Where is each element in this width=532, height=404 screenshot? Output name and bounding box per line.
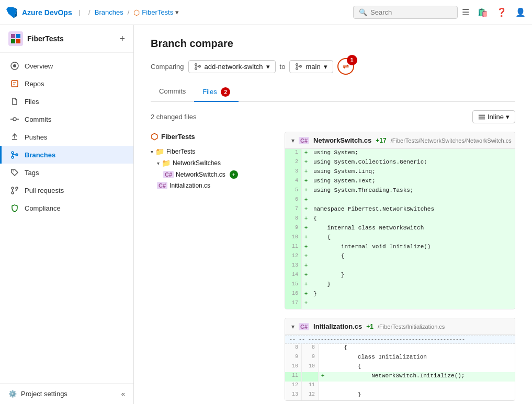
tab-commits[interactable]: Commits bbox=[151, 83, 194, 102]
diff-line: 10+ { bbox=[285, 234, 515, 243]
breadcrumb-chevron[interactable]: ▾ bbox=[175, 8, 179, 16]
sidebar-project-name: FiberTests bbox=[27, 34, 64, 43]
diff-2-code: -- -- ----------------------------------… bbox=[285, 335, 515, 400]
breadcrumb-branches[interactable]: Branches bbox=[95, 8, 123, 16]
search-input[interactable] bbox=[370, 8, 449, 16]
csharp-icon-2: C# bbox=[157, 182, 167, 189]
diff-2-added-count: +1 bbox=[366, 323, 373, 330]
diff-line: 11 + NetworkSwitch.Initialize(); bbox=[285, 372, 515, 382]
tab-files[interactable]: Files 2 bbox=[194, 83, 239, 102]
svg-rect-26 bbox=[479, 118, 485, 119]
diff-line: 4+using System.Text; bbox=[285, 177, 515, 187]
sidebar-label-compliance: Compliance bbox=[25, 204, 61, 212]
page-title: Branch compare bbox=[151, 38, 515, 50]
tree-initialization-label: Initialization.cs bbox=[169, 182, 210, 189]
sidebar-label-files: Files bbox=[25, 98, 39, 106]
commits-icon bbox=[10, 114, 19, 124]
diff-line: 6+ bbox=[285, 196, 515, 205]
diff-1-lang-icon: C# bbox=[299, 137, 309, 144]
branch-icon: ⬡ bbox=[133, 8, 140, 17]
sidebar-item-pull-requests[interactable]: Pull requests bbox=[0, 181, 133, 199]
svg-rect-24 bbox=[479, 114, 485, 116]
help-icon[interactable]: ❓ bbox=[496, 7, 507, 17]
app-name: Azure DevOps bbox=[22, 8, 72, 17]
svg-point-14 bbox=[13, 170, 14, 171]
search-icon: 🔍 bbox=[359, 8, 367, 16]
sidebar-nav: Overview Repos Files Commits bbox=[0, 53, 133, 221]
diff-line: 1+using System; bbox=[285, 149, 515, 158]
diff-2-collapse[interactable]: ▾ bbox=[291, 323, 295, 330]
svg-rect-6 bbox=[12, 80, 18, 87]
changed-files-row: 2 changed files Inline ▾ bbox=[151, 110, 515, 123]
collapse-icon[interactable]: « bbox=[121, 390, 125, 398]
tags-icon bbox=[10, 168, 19, 177]
tree-item-networkswitches-folder[interactable]: ▾ 📁 NetworkSwitches bbox=[151, 157, 276, 169]
tabs: Commits Files 2 bbox=[151, 83, 515, 102]
diff-separator: -- -- ----------------------------------… bbox=[285, 335, 515, 344]
sidebar-add-button[interactable]: + bbox=[119, 33, 125, 44]
swap-badge: 1 bbox=[347, 55, 357, 65]
sidebar: FiberTests + Overview Repos Fi bbox=[0, 25, 134, 404]
diff-1-filepath: /FiberTests/NetworkSwitches/NetworkSwitc… bbox=[391, 137, 512, 144]
breadcrumb-repo[interactable]: FiberTests bbox=[142, 8, 173, 16]
diff-file-2-header: ▾ C# Initialization.cs +1 /FiberTests/In… bbox=[285, 318, 515, 335]
branch-from-dropdown[interactable]: add-network-switch ▾ bbox=[188, 60, 276, 73]
inline-button[interactable]: Inline ▾ bbox=[472, 110, 515, 123]
sidebar-item-pushes[interactable]: Pushes bbox=[0, 128, 133, 146]
main-layout: FiberTests + Overview Repos Fi bbox=[0, 25, 532, 404]
file-tree: ⬡ FiberTests ▾ 📁 FiberTests ▾ 📁 NetworkS… bbox=[151, 132, 276, 404]
comparing-row: Comparing add-network-switch ▾ to main ▾… bbox=[151, 58, 515, 75]
diff-1-collapse[interactable]: ▾ bbox=[291, 137, 295, 144]
svg-rect-0 bbox=[11, 34, 15, 38]
user-icon[interactable]: 👤 bbox=[515, 7, 526, 17]
add-badge-icon: + bbox=[230, 170, 238, 179]
sidebar-item-compliance[interactable]: Compliance bbox=[0, 199, 133, 217]
sidebar-label-pushes: Pushes bbox=[25, 133, 47, 141]
main-content: Branch compare Comparing add-network-swi… bbox=[134, 25, 532, 404]
project-settings-link[interactable]: ⚙️ Project settings bbox=[8, 390, 67, 398]
svg-point-11 bbox=[12, 152, 14, 154]
menu-icon[interactable]: ☰ bbox=[462, 7, 469, 17]
branch-from-chevron: ▾ bbox=[266, 63, 270, 71]
swap-button[interactable]: ⇌ 1 bbox=[337, 58, 354, 75]
sidebar-footer: ⚙️ Project settings « bbox=[0, 383, 133, 404]
to-label: to bbox=[280, 63, 286, 71]
breadcrumb: / Branches / ⬡ FiberTests ▾ bbox=[86, 8, 179, 17]
tree-item-fibertests-folder[interactable]: ▾ 📁 FiberTests bbox=[151, 146, 276, 157]
diff-line: 12+ { bbox=[285, 252, 515, 262]
diff-line: 14+ } bbox=[285, 271, 515, 281]
repos-icon bbox=[10, 79, 19, 88]
app-logo[interactable]: Azure DevOps bbox=[6, 6, 72, 19]
sidebar-item-files[interactable]: Files bbox=[0, 93, 133, 110]
sidebar-item-overview[interactable]: Overview bbox=[0, 57, 133, 75]
svg-point-17 bbox=[16, 187, 18, 189]
sidebar-item-branches[interactable]: Branches bbox=[0, 146, 133, 164]
sidebar-item-tags[interactable]: Tags bbox=[0, 164, 133, 181]
svg-point-19 bbox=[195, 68, 197, 70]
diff-2-filepath: /FiberTests/Initialization.cs bbox=[378, 324, 445, 330]
sidebar-label-repos: Repos bbox=[25, 80, 44, 88]
diff-file-initialization: ▾ C# Initialization.cs +1 /FiberTests/In… bbox=[285, 318, 515, 401]
branch-to-dropdown[interactable]: main ▾ bbox=[289, 60, 333, 73]
diff-2-filename: Initialization.cs bbox=[313, 322, 362, 330]
pushes-icon bbox=[10, 132, 19, 142]
inline-chevron[interactable]: ▾ bbox=[506, 113, 510, 121]
project-settings-label: Project settings bbox=[21, 390, 67, 398]
diff-file-1-header: ▾ C# NetworkSwitch.cs +17 /FiberTests/Ne… bbox=[285, 132, 515, 149]
settings-icon: ⚙️ bbox=[8, 390, 17, 398]
diff-line: 1312 } bbox=[285, 391, 515, 400]
tree-item-networkswitch-file[interactable]: C# NetworkSwitch.cs + bbox=[151, 169, 276, 180]
tab-files-label: Files bbox=[202, 88, 217, 96]
diff-2-lang-icon: C# bbox=[299, 323, 309, 330]
svg-point-5 bbox=[13, 64, 16, 67]
sidebar-item-commits[interactable]: Commits bbox=[0, 110, 133, 128]
branch-to-chevron: ▾ bbox=[324, 63, 327, 71]
sidebar-item-repos[interactable]: Repos bbox=[0, 75, 133, 93]
tree-item-initialization-file[interactable]: C# Initialization.cs bbox=[151, 180, 276, 191]
bag-icon[interactable]: 🛍️ bbox=[478, 7, 488, 17]
diff-line: 8+{ bbox=[285, 215, 515, 224]
diff-line: 1211 bbox=[285, 382, 515, 391]
sidebar-label-pull-requests: Pull requests bbox=[25, 187, 64, 194]
svg-point-7 bbox=[13, 118, 16, 121]
search-box[interactable]: 🔍 bbox=[353, 6, 458, 19]
